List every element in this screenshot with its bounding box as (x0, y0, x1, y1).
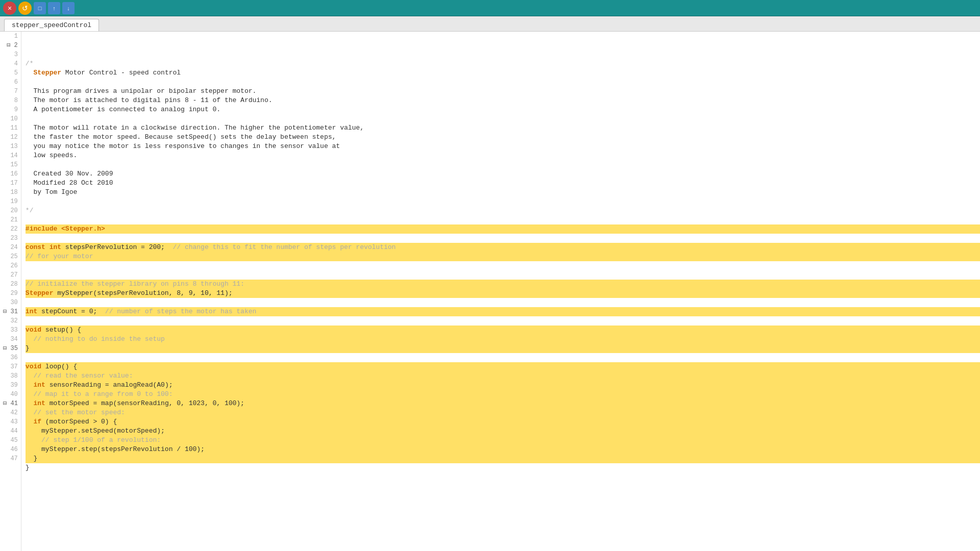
code-line-28 (26, 298, 980, 307)
line-number-26: 26 (3, 261, 18, 270)
line-number-21: 21 (3, 215, 18, 224)
code-line-40: // set the motor speed: (26, 408, 980, 417)
code-line-41: if (motorSpeed > 0) { (26, 417, 980, 427)
code-line-1 (26, 50, 980, 59)
line-number-41: ⊟ 41 (3, 399, 18, 408)
line-number-29: 29 (3, 289, 18, 298)
line-number-14: 14 (3, 151, 18, 160)
line-number-42: 42 (3, 408, 18, 417)
code-line-2: /* (26, 59, 980, 68)
code-line-21 (26, 234, 980, 243)
code-line-7: A potentiometer is connected to analog i… (26, 105, 980, 114)
code-line-44: myStepper.step(stepsPerRevolution / 100)… (26, 445, 980, 454)
line-numbers: 1⊟ 2345678910111213141516171819202122232… (0, 32, 21, 551)
code-line-25 (26, 270, 980, 280)
line-number-38: 38 (3, 371, 18, 381)
line-number-18: 18 (3, 188, 18, 197)
code-line-35: void loop() { (26, 362, 980, 371)
line-number-19: 19 (3, 197, 18, 206)
code-line-32: // nothing to do inside the setup (26, 335, 980, 344)
code-line-19 (26, 215, 980, 224)
line-number-17: 17 (3, 179, 18, 188)
line-number-7: 7 (3, 87, 18, 96)
code-line-33: } (26, 344, 980, 353)
tab-bar: stepper_speedControl (0, 16, 980, 32)
line-number-44: 44 (3, 427, 18, 436)
code-line-6: The motor is attached to digital pins 8 … (26, 96, 980, 105)
line-number-35: ⊟ 35 (3, 344, 18, 353)
line-number-10: 10 (3, 114, 18, 123)
save-button[interactable]: ↓ (62, 2, 75, 14)
code-line-37: int sensorReading = analogRead(A0); (26, 381, 980, 390)
line-number-3: 3 (3, 50, 18, 59)
code-content[interactable]: /* Stepper Motor Control - speed control… (21, 32, 980, 551)
line-number-24: 24 (3, 243, 18, 252)
code-line-31: void setup() { (26, 325, 980, 335)
code-line-4 (26, 78, 980, 87)
code-line-10: the faster the motor speed. Because setS… (26, 133, 980, 142)
code-line-16: by Tom Igoe (26, 188, 980, 197)
code-line-22: const int stepsPerRevolution = 200; // c… (26, 243, 980, 252)
line-number-37: 37 (3, 362, 18, 371)
editor: 1⊟ 2345678910111213141516171819202122232… (0, 32, 980, 551)
code-line-12: low speeds. (26, 151, 980, 160)
code-line-39: int motorSpeed = map(sensorReading, 0, 1… (26, 399, 980, 408)
line-number-20: 20 (3, 206, 18, 215)
line-number-34: 34 (3, 335, 18, 344)
line-number-36: 36 (3, 353, 18, 362)
code-line-29: int stepCount = 0; // number of steps th… (26, 307, 980, 316)
code-line-24 (26, 261, 980, 270)
line-number-27: 27 (3, 270, 18, 280)
code-line-15: Modified 28 Oct 2010 (26, 179, 980, 188)
line-number-9: 9 (3, 105, 18, 114)
code-line-46: } (26, 463, 980, 472)
line-number-8: 8 (3, 96, 18, 105)
code-line-30 (26, 316, 980, 325)
new-button[interactable]: □ (34, 2, 46, 14)
code-line-34 (26, 353, 980, 362)
code-line-45: } (26, 454, 980, 463)
line-number-40: 40 (3, 390, 18, 399)
code-line-47 (26, 472, 980, 482)
open-button[interactable]: ↑ (48, 2, 60, 14)
line-number-46: 46 (3, 445, 18, 454)
line-number-33: 33 (3, 325, 18, 335)
line-number-4: 4 (3, 59, 18, 68)
line-number-6: 6 (3, 78, 18, 87)
line-number-5: 5 (3, 68, 18, 78)
code-line-43: // step 1/100 of a revolution: (26, 436, 980, 445)
line-number-47: 47 (3, 454, 18, 463)
line-number-12: 12 (3, 133, 18, 142)
code-line-17 (26, 197, 980, 206)
code-line-42: myStepper.setSpeed(motorSpeed); (26, 427, 980, 436)
tab-label: stepper_speedControl (12, 21, 91, 29)
line-number-2: ⊟ 2 (3, 41, 18, 50)
line-number-15: 15 (3, 160, 18, 169)
code-line-23: // for your motor (26, 252, 980, 261)
code-line-14: Created 30 Nov. 2009 (26, 169, 980, 179)
code-line-20: #include <Stepper.h> (26, 224, 980, 234)
code-line-36: // read the sensor value: (26, 371, 980, 381)
toolbar: × ↺ □ ↑ ↓ (0, 0, 980, 16)
code-line-18: */ (26, 206, 980, 215)
line-number-28: 28 (3, 280, 18, 289)
line-number-13: 13 (3, 142, 18, 151)
reload-button[interactable]: ↺ (18, 2, 32, 15)
line-number-1: 1 (3, 32, 18, 41)
code-line-9: The motor will rotate in a clockwise dir… (26, 123, 980, 133)
line-number-45: 45 (3, 436, 18, 445)
line-number-30: 30 (3, 298, 18, 307)
code-line-13 (26, 160, 980, 169)
code-line-27: Stepper myStepper(stepsPerRevolution, 8,… (26, 289, 980, 298)
code-line-11: you may notice the motor is less respons… (26, 142, 980, 151)
code-line-26: // initialize the stepper library on pin… (26, 280, 980, 289)
close-button[interactable]: × (3, 2, 16, 15)
code-line-38: // map it to a range from 0 to 100: (26, 390, 980, 399)
code-line-8 (26, 114, 980, 123)
tab-stepper[interactable]: stepper_speedControl (4, 19, 99, 31)
line-number-39: 39 (3, 381, 18, 390)
code-line-5: This program drives a unipolar or bipola… (26, 87, 980, 96)
line-number-16: 16 (3, 169, 18, 179)
line-number-22: 22 (3, 224, 18, 234)
line-number-32: 32 (3, 316, 18, 325)
